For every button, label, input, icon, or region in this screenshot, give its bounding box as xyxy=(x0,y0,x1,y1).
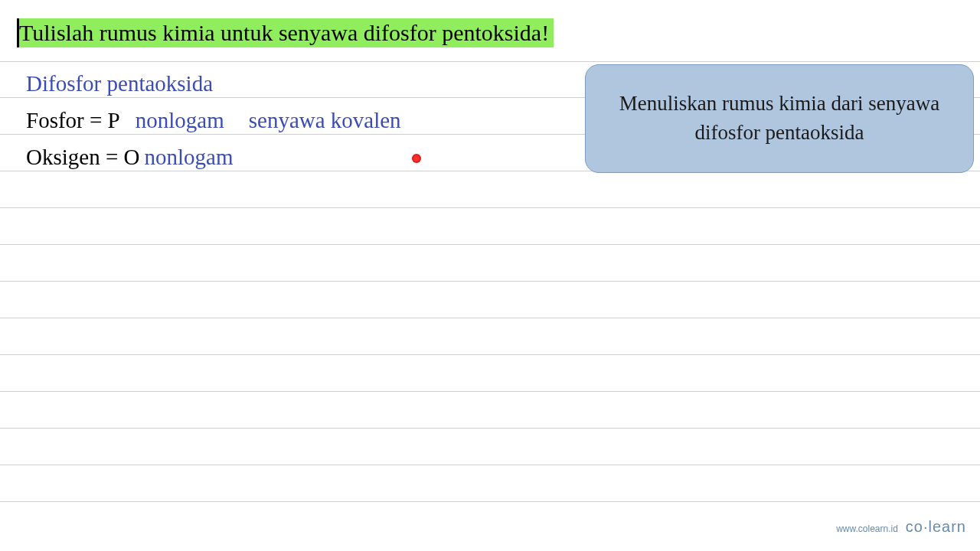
compound-type: senyawa kovalen xyxy=(249,102,401,139)
content-area: Difosfor pentaoksida Fosfor = P nonlogam… xyxy=(26,65,401,175)
paper-line xyxy=(0,245,980,282)
paper-line xyxy=(0,392,980,429)
phosphorus-type: nonlogam xyxy=(136,102,224,139)
paper-line xyxy=(0,318,980,355)
footer-url: www.colearn.id xyxy=(836,523,898,534)
element-phosphorus: Fosfor = P xyxy=(26,102,120,139)
paper-line xyxy=(0,208,980,245)
element-oxygen: Oksigen = O xyxy=(26,139,139,175)
info-callout-box: Menuliskan rumus kimia dari senyawa difo… xyxy=(585,64,974,173)
paper-line xyxy=(0,171,980,208)
info-text: Menuliskan rumus kimia dari senyawa difo… xyxy=(607,90,952,148)
question-highlight: Tulislah rumus kimia untuk senyawa difos… xyxy=(17,18,554,47)
pointer-dot-icon xyxy=(412,154,421,163)
footer-logo: co·learn xyxy=(906,518,966,536)
paper-line xyxy=(0,355,980,392)
paper-line xyxy=(0,282,980,318)
paper-line xyxy=(0,465,980,502)
footer-brand: www.colearn.id co·learn xyxy=(836,518,966,536)
question-text: Tulislah rumus kimia untuk senyawa difos… xyxy=(19,20,549,45)
compound-title: Difosfor pentaoksida xyxy=(26,65,213,102)
paper-line xyxy=(0,429,980,465)
oxygen-type: nonlogam xyxy=(144,139,233,175)
